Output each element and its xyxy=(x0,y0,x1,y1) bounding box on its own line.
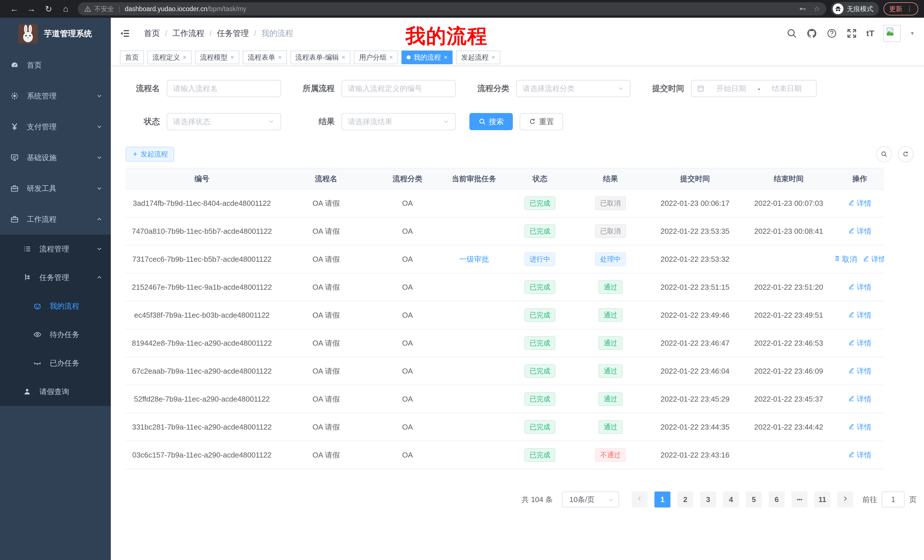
submit-time-cell: 2022-01-23 00:06:17 xyxy=(648,199,742,208)
submit-time-range-picker[interactable]: 开始日期 - 结束日期 xyxy=(691,80,817,97)
tab-4[interactable]: 流程表单× xyxy=(243,51,287,64)
process-category-cell: OA xyxy=(374,227,441,236)
page-button-11[interactable]: 11 xyxy=(814,491,830,508)
browser-reload-icon[interactable]: ↻ xyxy=(40,4,57,14)
detail-action-link[interactable]: 详情 xyxy=(848,450,872,460)
update-button[interactable]: 更新 ⋮ xyxy=(884,2,918,15)
detail-action-link[interactable]: 详情 xyxy=(848,394,872,404)
hamburger-icon[interactable] xyxy=(120,28,130,39)
status-select[interactable]: 请选择状态 xyxy=(167,113,281,130)
font-size-icon[interactable]: tT xyxy=(866,29,874,38)
close-icon[interactable]: × xyxy=(491,54,495,60)
process-definition-input[interactable]: 请输入流程定义的编号 xyxy=(342,80,456,97)
sidebar-item-1[interactable]: 首页 xyxy=(0,49,111,81)
detail-action-link[interactable]: 详情 xyxy=(848,282,872,292)
page-button-3[interactable]: 3 xyxy=(700,491,716,508)
page-size-select[interactable]: 10条/页 xyxy=(562,491,619,508)
more-pages-button[interactable]: ••• xyxy=(792,491,807,508)
tab-6[interactable]: 用户分组× xyxy=(354,51,398,64)
sidebar-item-10[interactable]: 待办任务 xyxy=(0,320,111,349)
sidebar-item-8[interactable]: 任务管理 xyxy=(0,263,111,292)
start-process-button[interactable]: 发起流程 xyxy=(126,147,174,162)
github-icon[interactable] xyxy=(806,28,817,39)
close-icon[interactable]: × xyxy=(183,54,186,60)
sidebar-item-4[interactable]: 基础设施 xyxy=(0,142,111,173)
submit-time-cell: 2022-01-22 23:46:47 xyxy=(648,339,742,347)
page-button-4[interactable]: 4 xyxy=(723,491,739,508)
sidebar-item-3[interactable]: 支付管理 xyxy=(0,111,111,142)
sidebar-item-12[interactable]: 请假查询 xyxy=(0,377,111,406)
breadcrumb-separator: / xyxy=(254,29,256,38)
gear-icon xyxy=(10,91,19,100)
address-bar[interactable]: 不安全 | dashboard.yudao.iocoder.cn /bpm/ta… xyxy=(78,2,826,15)
table-row: 03c6c157-7b9a-11ec-a290-acde48001122OA 请… xyxy=(126,441,884,469)
current-task-link[interactable]: 一级审批 xyxy=(459,254,489,264)
actions-cell: 详情 xyxy=(836,282,884,292)
breadcrumb-item-2[interactable]: 工作流程 xyxy=(172,28,204,39)
close-icon[interactable]: × xyxy=(389,54,393,60)
search-icon[interactable] xyxy=(786,28,797,39)
prev-page-button[interactable] xyxy=(632,491,648,508)
end-time-cell: 2022-01-22 23:44:42 xyxy=(742,423,836,431)
tab-label: 流程模型 xyxy=(200,53,228,62)
jump-page-input[interactable] xyxy=(882,491,904,508)
toggle-search-button[interactable] xyxy=(876,146,892,162)
browser-home-icon[interactable]: ⌂ xyxy=(57,4,74,14)
breadcrumb-item-3[interactable]: 任务管理 xyxy=(217,28,249,39)
sidebar-item-11[interactable]: 已办任务 xyxy=(0,349,111,377)
detail-action-link[interactable]: 详情 xyxy=(862,254,884,264)
detail-action-link[interactable]: 详情 xyxy=(848,366,872,376)
detail-action-link[interactable]: 详情 xyxy=(848,226,872,236)
url-separator: | xyxy=(118,5,120,13)
tab-5[interactable]: 流程表单-编辑× xyxy=(290,51,351,64)
process-id-cell: 7470a810-7b9b-11ec-b5b7-acde48001122 xyxy=(126,227,278,236)
key-icon[interactable] xyxy=(799,5,807,13)
table-row: ec45f38f-7b9a-11ec-b03b-acde48001122OA 请… xyxy=(126,301,884,329)
detail-action-link[interactable]: 详情 xyxy=(848,338,872,348)
cancel-action-link[interactable]: 取消 xyxy=(836,254,857,264)
page-button-6[interactable]: 6 xyxy=(769,491,784,508)
result-badge: 已取消 xyxy=(595,196,626,210)
tab-2[interactable]: 流程定义× xyxy=(147,51,192,64)
process-name-input[interactable]: 请输入流程名 xyxy=(167,80,281,97)
result-select[interactable]: 请选择流结果 xyxy=(342,113,456,130)
close-icon[interactable]: × xyxy=(278,54,282,60)
detail-action-link[interactable]: 详情 xyxy=(848,310,872,320)
refresh-table-button[interactable] xyxy=(898,146,914,162)
avatar[interactable] xyxy=(884,25,901,42)
status-cell: 已完成 xyxy=(507,420,573,434)
process-category-select[interactable]: 请选择流程分类 xyxy=(516,80,630,97)
browser-back-icon[interactable]: ← xyxy=(6,4,23,14)
page-button-1[interactable]: 1 xyxy=(654,491,670,508)
browser-menu-icon[interactable]: ⋮ xyxy=(906,6,913,12)
sidebar-item-5[interactable]: 研发工具 xyxy=(0,173,111,204)
tab-7[interactable]: 我的流程× xyxy=(402,51,453,64)
sidebar-item-7[interactable]: 流程管理 xyxy=(0,235,111,263)
sidebar-item-2[interactable]: 系统管理 xyxy=(0,81,111,111)
chevron-left-icon xyxy=(636,495,643,504)
security-label[interactable]: 不安全 xyxy=(94,4,114,13)
page-button-2[interactable]: 2 xyxy=(677,491,693,508)
help-icon[interactable] xyxy=(826,28,837,39)
page-button-5[interactable]: 5 xyxy=(746,491,762,508)
bookmark-star-icon[interactable]: ☆ xyxy=(813,4,820,13)
breadcrumb-item-1[interactable]: 首页 xyxy=(144,28,160,39)
sidebar-item-6[interactable]: 工作流程 xyxy=(0,204,111,235)
tab-3[interactable]: 流程模型× xyxy=(195,51,239,64)
tab-1[interactable]: 首页 xyxy=(120,51,144,64)
caret-down-icon[interactable]: ▼ xyxy=(910,30,915,36)
browser-forward-icon[interactable]: → xyxy=(23,4,40,14)
next-page-button[interactable] xyxy=(837,491,853,508)
search-button[interactable]: 搜索 xyxy=(470,113,513,130)
reset-button[interactable]: 重置 xyxy=(520,113,563,130)
fullscreen-icon[interactable] xyxy=(846,28,857,39)
result-badge: 通过 xyxy=(598,392,622,406)
result-cell: 通过 xyxy=(573,392,648,406)
detail-action-link[interactable]: 详情 xyxy=(848,198,872,208)
tab-8[interactable]: 发起流程× xyxy=(456,51,500,64)
close-icon[interactable]: × xyxy=(444,54,447,60)
detail-action-link[interactable]: 详情 xyxy=(848,422,872,432)
close-icon[interactable]: × xyxy=(230,54,234,60)
close-icon[interactable]: × xyxy=(342,54,345,60)
sidebar-item-9[interactable]: 我的流程 xyxy=(0,292,111,320)
